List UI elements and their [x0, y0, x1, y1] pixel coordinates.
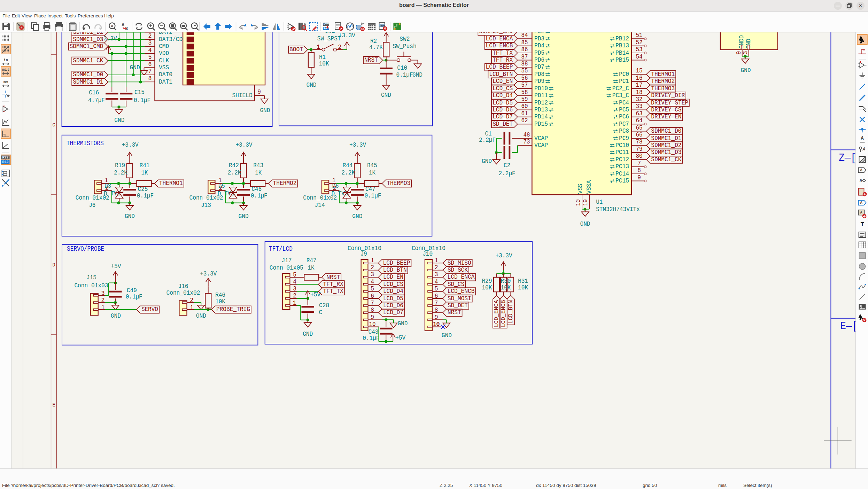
svg-text:LCD_D5: LCD_D5: [493, 99, 513, 107]
svg-text:VCAP: VCAP: [534, 135, 548, 142]
svg-text:88: 88: [521, 60, 528, 68]
svg-text:PB15: PB15: [615, 56, 629, 64]
svg-text:A: A: [860, 201, 862, 205]
svg-text:58: 58: [521, 89, 528, 96]
svg-text:Conn_01x05: Conn_01x05: [270, 264, 303, 272]
svg-text:9: 9: [637, 174, 641, 181]
svg-text:BOOT: BOOT: [289, 46, 303, 53]
svg-text:C16: C16: [89, 89, 99, 96]
svg-text:62: 62: [521, 117, 528, 124]
svg-text:10: 10: [575, 199, 582, 206]
svg-text:VSSA: VSSA: [586, 180, 593, 194]
svg-text:DAT1: DAT1: [159, 78, 172, 86]
svg-text:8: 8: [148, 75, 152, 82]
svg-text:59: 59: [521, 96, 528, 103]
svg-text:GND: GND: [412, 71, 423, 79]
svg-text:LCD_EN: LCD_EN: [383, 273, 403, 281]
svg-text:PD7: PD7: [534, 63, 544, 71]
svg-text:THERMO3: THERMO3: [387, 180, 410, 187]
svg-text:PROBE_TRIG: PROBE_TRIG: [216, 306, 250, 313]
svg-text:PC6: PC6: [619, 113, 629, 121]
svg-text:SDMMC1_CK: SDMMC1_CK: [73, 57, 103, 64]
svg-text:5: 5: [148, 54, 152, 61]
svg-text:48: 48: [524, 131, 530, 139]
svg-text:+3.3V: +3.3V: [122, 141, 139, 149]
svg-text:2.2µF: 2.2µF: [499, 170, 516, 177]
svg-text:PC2_C: PC2_C: [612, 85, 629, 92]
svg-text:C28: C28: [319, 302, 329, 309]
svg-text:10K: 10K: [518, 284, 528, 292]
svg-text:+3.3V: +3.3V: [200, 270, 217, 278]
svg-text:LCD_CS: LCD_CS: [493, 85, 513, 92]
svg-text:STM32H743VITx: STM32H743VITx: [596, 206, 640, 213]
svg-text:PB14: PB14: [615, 49, 629, 57]
svg-text:A: A: [860, 211, 862, 215]
svg-text:10K: 10K: [215, 298, 226, 305]
svg-text:DRIVEY_CS: DRIVEY_CS: [651, 106, 681, 114]
svg-text:A: A: [122, 22, 124, 28]
svg-text:R41: R41: [140, 162, 150, 169]
svg-text:PC4: PC4: [619, 99, 629, 107]
svg-text:80: 80: [636, 153, 643, 160]
svg-text:SD_SCK: SD_SCK: [448, 266, 468, 274]
svg-text:PD12: PD12: [534, 99, 548, 107]
svg-text:1K: 1K: [369, 169, 376, 177]
svg-text:C2: C2: [504, 162, 510, 169]
svg-text:VSS: VSS: [577, 184, 584, 194]
svg-text:PC1: PC1: [619, 78, 629, 85]
svg-text:GND: GND: [125, 213, 135, 220]
svg-text:LCD_BTN: LCD_BTN: [507, 300, 514, 324]
svg-text:7: 7: [148, 68, 152, 75]
svg-text:PD15: PD15: [534, 121, 548, 128]
svg-text:32: 32: [636, 96, 643, 103]
svg-text:PC12: PC12: [615, 156, 629, 163]
svg-text:LCD_BEEP: LCD_BEEP: [383, 259, 410, 267]
svg-text:R??: R??: [323, 23, 329, 26]
svg-text:SD_MOSI: SD_MOSI: [448, 295, 471, 302]
svg-text:D: D: [52, 262, 55, 268]
svg-text:SW_Push: SW_Push: [393, 43, 417, 50]
svg-text:PD6: PD6: [534, 56, 544, 64]
svg-text:LCD_D7: LCD_D7: [493, 113, 513, 121]
svg-text:VDD: VDD: [159, 50, 169, 57]
svg-text:GND: GND: [239, 213, 249, 220]
svg-text:E: E: [52, 402, 55, 408]
svg-text:GND: GND: [580, 220, 590, 228]
svg-text:PD9: PD9: [534, 78, 544, 85]
svg-text:60: 60: [521, 103, 528, 110]
svg-text:THERMO3: THERMO3: [651, 85, 675, 92]
svg-text:PC8: PC8: [619, 127, 629, 135]
svg-text:J13: J13: [201, 202, 211, 209]
svg-text:10K: 10K: [482, 284, 492, 292]
svg-text:SW1: SW1: [325, 32, 335, 35]
svg-text:55: 55: [521, 67, 528, 75]
svg-text:C47: C47: [365, 186, 375, 193]
svg-text:65: 65: [636, 124, 643, 132]
svg-text:NRST: NRST: [364, 56, 378, 64]
svg-text:A: A: [860, 168, 862, 172]
svg-text:16: 16: [636, 75, 643, 82]
svg-text:GND: GND: [482, 158, 492, 165]
svg-text:0.1µF: 0.1µF: [364, 192, 381, 200]
svg-text:SD_MISO: SD_MISO: [448, 259, 471, 267]
svg-text:4: 4: [148, 47, 152, 54]
svg-text:78: 78: [636, 138, 643, 146]
svg-text:GND: GND: [307, 82, 317, 89]
svg-text:NRST: NRST: [326, 274, 340, 281]
svg-text:52: 52: [636, 39, 643, 46]
svg-text:SERVO: SERVO: [141, 306, 158, 313]
svg-text:54: 54: [636, 53, 643, 61]
svg-text:56: 56: [521, 75, 528, 82]
svg-text:LCD_EN: LCD_EN: [493, 78, 513, 85]
svg-text:SD_CS: SD_CS: [448, 281, 464, 288]
svg-text:2: 2: [148, 32, 152, 40]
svg-text:R43: R43: [253, 162, 263, 169]
svg-text:PD11: PD11: [534, 92, 548, 99]
svg-text:PD10: PD10: [534, 85, 548, 92]
svg-text:Conn_01x02: Conn_01x02: [189, 194, 223, 202]
svg-text:R44: R44: [343, 162, 353, 169]
svg-text:THERMISTORS: THERMISTORS: [67, 140, 104, 147]
svg-text:J10: J10: [423, 250, 433, 258]
svg-text:PD8: PD8: [534, 71, 544, 78]
svg-text:PD14: PD14: [534, 113, 548, 121]
